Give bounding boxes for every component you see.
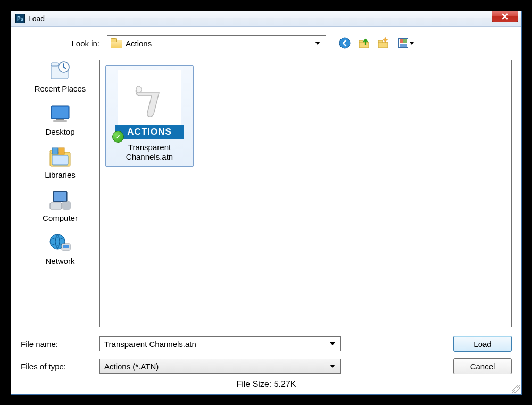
sidebar-item-label: Desktop — [28, 127, 92, 136]
file-name-row: File name: Transparent Channels.atn Load — [21, 335, 512, 353]
file-name-label-text: File name: — [21, 340, 99, 349]
svg-rect-9 — [52, 107, 68, 118]
titlebar: Ps Load — [11, 11, 521, 27]
views-menu-button[interactable] — [395, 36, 417, 50]
actions-badge: ACTIONS ✓ — [115, 125, 184, 139]
sidebar-item-label: Network — [28, 257, 92, 266]
svg-rect-20 — [63, 202, 70, 209]
svg-point-24 — [136, 86, 142, 93]
svg-rect-4 — [378, 40, 383, 43]
network-icon — [47, 232, 73, 254]
up-one-level-icon — [358, 37, 370, 49]
libraries-icon — [47, 146, 73, 168]
look-in-value: Actions — [126, 39, 312, 48]
resize-grip[interactable] — [512, 385, 520, 393]
actions-badge-label: ACTIONS — [127, 127, 172, 137]
load-button[interactable]: Load — [453, 336, 512, 352]
svg-rect-6 — [51, 63, 59, 66]
look-in-label: Look in: — [21, 39, 107, 48]
cancel-button[interactable]: Cancel — [453, 358, 512, 374]
chevron-down-icon — [315, 42, 320, 45]
file-thumbnail: ACTIONS ✓ — [118, 70, 181, 139]
sidebar-item-desktop[interactable]: Desktop — [28, 103, 92, 136]
svg-rect-16 — [52, 155, 68, 165]
svg-rect-14 — [52, 148, 58, 154]
file-name-value: Transparent Channels.atn — [104, 340, 327, 349]
dialog-title: Load — [28, 14, 45, 23]
close-button[interactable] — [492, 11, 518, 22]
nav-toolbar — [338, 36, 417, 50]
file-size-text: File Size: 5.27K — [21, 379, 512, 389]
files-of-type-combo[interactable]: Actions (*.ATN) — [99, 359, 341, 374]
svg-rect-23 — [63, 245, 69, 248]
computer-icon — [47, 189, 73, 211]
files-of-type-row: Files of type: Actions (*.ATN) Cancel — [21, 357, 512, 375]
back-button[interactable] — [338, 36, 352, 50]
svg-rect-11 — [53, 120, 67, 122]
close-icon — [502, 13, 508, 20]
sidebar-item-network[interactable]: Network — [28, 232, 92, 266]
back-icon — [339, 37, 351, 49]
chevron-down-icon — [330, 342, 335, 345]
dialog-body: Look in: Actions — [11, 27, 521, 394]
sidebar-item-computer[interactable]: Computer — [28, 189, 92, 222]
recent-places-icon — [47, 60, 73, 82]
svg-rect-3 — [378, 42, 388, 48]
file-name-combo[interactable]: Transparent Channels.atn — [99, 336, 341, 351]
checkmark-icon: ✓ — [112, 131, 124, 143]
new-folder-button[interactable] — [376, 36, 390, 50]
sidebar-item-recent-places[interactable]: Recent Places — [28, 60, 92, 93]
sidebar-item-label: Libraries — [28, 170, 92, 179]
sidebar-item-label: Computer — [28, 213, 92, 222]
places-sidebar: Recent Places Desktop — [21, 60, 99, 327]
file-item[interactable]: ACTIONS ✓ Transparent Channels.atn — [105, 65, 194, 167]
file-list[interactable]: ACTIONS ✓ Transparent Channels.atn — [99, 60, 512, 327]
app-icon: Ps — [15, 14, 25, 23]
svg-rect-18 — [54, 192, 66, 201]
chevron-down-icon — [330, 365, 335, 368]
desktop-icon — [47, 103, 73, 125]
look-in-row: Look in: Actions — [21, 34, 512, 52]
load-dialog: Ps Load Look in: Actions — [11, 11, 522, 395]
up-one-level-button[interactable] — [357, 36, 371, 50]
sidebar-item-libraries[interactable]: Libraries — [28, 146, 92, 179]
files-of-type-value: Actions (*.ATN) — [104, 362, 327, 371]
middle-row: Recent Places Desktop — [21, 60, 512, 327]
files-of-type-label-text: Files of type: — [21, 362, 99, 371]
svg-rect-10 — [56, 119, 64, 120]
look-in-combo[interactable]: Actions — [107, 35, 326, 51]
svg-rect-15 — [59, 148, 64, 154]
bottom-form: File name: Transparent Channels.atn Load… — [21, 335, 512, 389]
folder-icon — [111, 38, 121, 48]
svg-rect-2 — [359, 40, 363, 43]
svg-point-0 — [339, 38, 350, 48]
views-menu-icon — [398, 38, 408, 48]
action-script-icon — [128, 80, 171, 122]
new-folder-icon — [377, 37, 389, 49]
svg-rect-1 — [359, 42, 369, 48]
svg-rect-19 — [50, 203, 62, 209]
chevron-down-icon — [410, 42, 414, 45]
sidebar-item-label: Recent Places — [28, 84, 92, 93]
file-name-label: Transparent Channels.atn — [108, 143, 191, 162]
